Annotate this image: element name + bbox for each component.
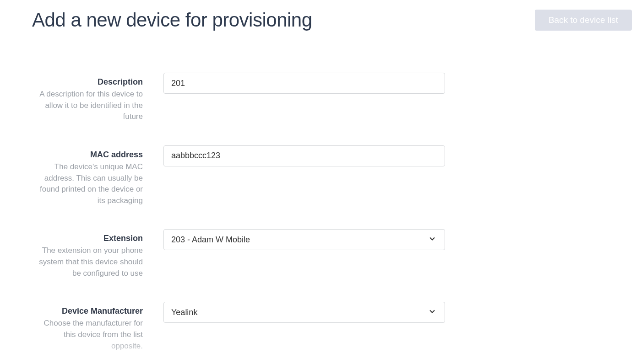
manufacturer-help: Choose the manufacturer for this device … (44, 319, 143, 350)
description-help: A description for this device to allow i… (39, 90, 143, 121)
form-container: Description A description for this devic… (0, 45, 641, 364)
form-row-extension: Extension The extension on your phone sy… (0, 229, 641, 279)
mac-address-help: The device's unique MAC address. This ca… (40, 162, 143, 205)
label-col: Description A description for this devic… (32, 73, 163, 123)
manufacturer-label: Device Manufacturer (32, 306, 143, 316)
mac-address-label: MAC address (32, 150, 143, 160)
extension-label: Extension (32, 234, 143, 243)
label-col: Device Manufacturer Choose the manufactu… (32, 302, 163, 352)
manufacturer-select[interactable]: Yealink (163, 302, 445, 323)
extension-help: The extension on your phone system that … (39, 246, 143, 277)
manufacturer-select-wrapper: Yealink (163, 302, 445, 323)
description-input[interactable] (163, 73, 445, 94)
form-row-description: Description A description for this devic… (0, 73, 641, 123)
form-row-mac-address: MAC address The device's unique MAC addr… (0, 145, 641, 207)
input-col: 203 - Adam W Mobile (163, 229, 445, 250)
form-row-manufacturer: Device Manufacturer Choose the manufactu… (0, 302, 641, 352)
input-col (163, 145, 445, 166)
label-col: Extension The extension on your phone sy… (32, 229, 163, 279)
extension-select-wrapper: 203 - Adam W Mobile (163, 229, 445, 250)
input-col (163, 73, 445, 94)
back-to-device-list-button[interactable]: Back to device list (535, 10, 632, 31)
input-col: Yealink (163, 302, 445, 323)
page-title: Add a new device for provisioning (32, 9, 312, 31)
extension-select[interactable]: 203 - Adam W Mobile (163, 229, 445, 250)
label-col: MAC address The device's unique MAC addr… (32, 145, 163, 207)
mac-address-input[interactable] (163, 145, 445, 166)
page-header: Add a new device for provisioning Back t… (0, 0, 641, 45)
description-label: Description (32, 77, 143, 87)
